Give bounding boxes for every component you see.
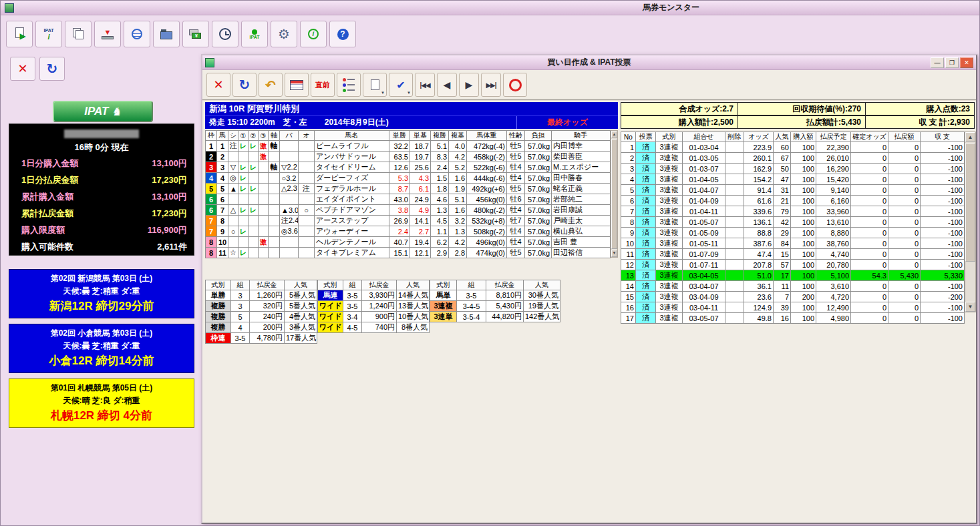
folder-button[interactable] [153, 21, 180, 47]
exit-button[interactable]: ▶ [6, 21, 33, 47]
bet-odds: 136.1 [744, 217, 774, 228]
maximize-button[interactable]: ❐ [945, 57, 959, 68]
bet-row[interactable]: 5済3連複01-04-0791.4311009,14000-100 [621, 185, 965, 196]
bet-row[interactable]: 11済3連複01-07-0947.4151004,74000-100 [621, 249, 965, 260]
horse-row[interactable]: 44◎レ○3.2ダービーフィズ5.34.31.51.6444kg(-6)牡457… [206, 173, 611, 184]
marks-list-button[interactable] [337, 73, 361, 97]
bet-delete-cell[interactable] [725, 196, 744, 206]
horse-name: タイキプレミアム [315, 248, 389, 258]
prev-race-button[interactable]: ◀ [437, 73, 457, 97]
bet-delete-cell[interactable] [725, 249, 744, 260]
horse-row[interactable]: 67△レレ▲3.0○ペプチドアマゾン3.84.91.31.6480kg(-2)牡… [206, 205, 611, 216]
horse-mark-2: レ [238, 141, 249, 152]
scrollbar-thumb[interactable] [965, 143, 975, 262]
bet-row[interactable]: 4済3連複01-04-05154.24710015,42000-100 [621, 174, 965, 185]
horse-row[interactable]: 55▲レレ△2.3注フェデラルホール8.76.11.81.9492kg(+6)牡… [206, 184, 611, 194]
first-race-button[interactable]: |◀◀ [415, 73, 435, 97]
horse-row[interactable]: 811☆レタイキプレミアム15.112.12.92.8474kg(0)牡557.… [206, 248, 611, 258]
bet-row[interactable]: 15済3連複03-04-0923.672004,72000-200 [621, 292, 965, 302]
bet-expected-payout: 6,160 [816, 196, 851, 206]
horse-row[interactable]: 78注2.4アースステップ26.914.14.53.2532kg(+8)牡757… [206, 216, 611, 226]
horse-row[interactable]: 79○レ◎3.6アウォーディー2.42.71.11.3508kg(-2)牡457… [206, 226, 611, 237]
horse-row[interactable]: 22激アンバサドゥール63.519.78.34.2458kg(-2)牡557.0… [206, 152, 611, 162]
ipat-info-button[interactable]: IPAT i [35, 21, 62, 47]
help-button[interactable]: ? [329, 21, 356, 47]
horse-row[interactable]: 66エイダイポイント43.024.94.65.1456kg(0)牡657.0kg… [206, 194, 611, 205]
horse-mark-geki [259, 173, 269, 184]
bet-row[interactable]: 6済3連複01-04-0961.6211006,16000-100 [621, 196, 965, 206]
scroll-up-icon[interactable]: ▲ [611, 131, 617, 138]
scroll-down-icon[interactable]: ▼ [611, 250, 617, 257]
minimize-button[interactable]: — [931, 57, 944, 68]
bet-row[interactable]: 13済3連複03-04-0551.0171005,10054.35,4305,3… [621, 270, 965, 281]
target-race-button[interactable] [503, 73, 527, 97]
info-button[interactable]: i [300, 21, 327, 47]
horse-place-base: 5.1 [449, 194, 467, 205]
horse-load: 57.0kg [525, 184, 552, 194]
bet-popularity: 15 [774, 249, 791, 260]
col-o: オ [299, 131, 315, 141]
bet-row[interactable]: 17済3連複03-05-0749.8161004,98000-100 [621, 313, 965, 324]
bet-delete-cell[interactable] [725, 174, 744, 185]
vote-dropdown-button[interactable]: ✔ ▼ [389, 73, 413, 97]
bet-delete-cell[interactable] [725, 238, 744, 249]
bet-row[interactable]: 9済3連複01-05-0988.8291008,88000-100 [621, 228, 965, 238]
bet-delete-cell[interactable] [725, 206, 744, 217]
bet-row[interactable]: 7済3連複01-04-11339.67910033,96000-100 [621, 206, 965, 217]
last-race-button[interactable]: ▶▶| [481, 73, 501, 97]
settings-button[interactable]: ⚙ [271, 21, 297, 47]
odds-table-button[interactable] [285, 73, 309, 97]
bet-delete-cell[interactable] [725, 164, 744, 174]
bet-row[interactable]: 1済3連複01-03-04223.96010022,39000-100 [621, 142, 965, 153]
bet-delete-cell[interactable] [725, 185, 744, 196]
horse-row[interactable]: 11注レレ激軸ビームライフル32.218.75.14.0472kg(-4)牡55… [206, 141, 611, 152]
bet-row[interactable]: 2済3連複01-03-05260.16710026,01000-100 [621, 153, 965, 164]
bet-delete-cell[interactable] [725, 302, 744, 313]
bet-row[interactable]: 14済3連複03-04-0736.1111003,61000-100 [621, 281, 965, 292]
bet-delete-cell[interactable] [725, 270, 744, 281]
bet-delete-cell[interactable] [725, 142, 744, 153]
bet-row[interactable]: 8済3連複01-05-07136.14210013,61000-100 [621, 217, 965, 228]
scrollbar-thumb[interactable] [611, 139, 617, 249]
bet-combination: 01-04-09 [683, 196, 725, 206]
bet-delete-cell[interactable] [725, 313, 744, 324]
scroll-up-icon[interactable]: ▲ [965, 132, 975, 142]
horse-row[interactable]: 33▽レレ軸▽2.2タイセイドリーム12.625.62.45.2522kg(-6… [206, 162, 611, 173]
bet-delete-cell[interactable] [725, 281, 744, 292]
bet-payout: 0 [888, 249, 921, 260]
payout-money-button[interactable]: ¥ [182, 21, 209, 47]
chokuzen-button[interactable]: 直前 [311, 73, 335, 97]
close-feed-button[interactable]: ✕ [10, 57, 35, 81]
copy-list-button[interactable] [65, 21, 92, 47]
memo-dropdown-button[interactable]: ▼ [363, 73, 387, 97]
bet-row[interactable]: 3済3連複01-03-07162.95010016,29000-100 [621, 164, 965, 174]
bet-payout: 0 [888, 196, 921, 206]
web-search-button[interactable] [124, 21, 150, 47]
bet-popularity: 79 [774, 206, 791, 217]
horse-row[interactable]: 810激ヘルデンテノール40.719.46.24.2496kg(0)牡457.0… [206, 237, 611, 248]
bet-row[interactable]: 10済3連複01-05-11387.68410038,76000-100 [621, 238, 965, 249]
bet-delete-cell[interactable] [725, 153, 744, 164]
bet-window-titlebar[interactable]: 買い目作成 & IPAT投票 — ❐ ✕ [202, 55, 976, 70]
bet-delete-cell[interactable] [725, 260, 744, 270]
bet-row[interactable]: 12済3連複01-07-11207.85710020,78000-100 [621, 260, 965, 270]
bet-delete-cell[interactable] [725, 228, 744, 238]
download-button[interactable]: ▼ [94, 21, 121, 47]
bet-delete-cell[interactable] [725, 292, 744, 302]
ipat-vote-button[interactable]: IPAT [241, 21, 268, 47]
close-button[interactable]: ✕ [960, 57, 973, 68]
scroll-down-icon[interactable]: ▼ [965, 302, 975, 312]
payout-row: 枠連3-54,780円17番人気 [206, 333, 317, 344]
bet-row[interactable]: 16済3連複03-04-11124.93910012,49000-100 [621, 302, 965, 313]
schedule-button[interactable] [212, 21, 238, 47]
reload-button[interactable]: ↻ [232, 73, 257, 97]
bet-delete-cell[interactable] [725, 217, 744, 228]
bet-table-scrollbar[interactable]: ▲ ▼ [965, 132, 976, 312]
horse-table-scrollbar[interactable]: ▲ ▼ [611, 130, 618, 258]
refresh-feed-button[interactable]: ↻ [39, 57, 65, 81]
account-value: 17,230円 [152, 172, 187, 188]
clear-button[interactable]: ✕ [206, 73, 230, 97]
bet-balance: -100 [921, 164, 965, 174]
undo-button[interactable]: ↶ [259, 73, 283, 97]
next-race-button[interactable]: ▶ [459, 73, 479, 97]
